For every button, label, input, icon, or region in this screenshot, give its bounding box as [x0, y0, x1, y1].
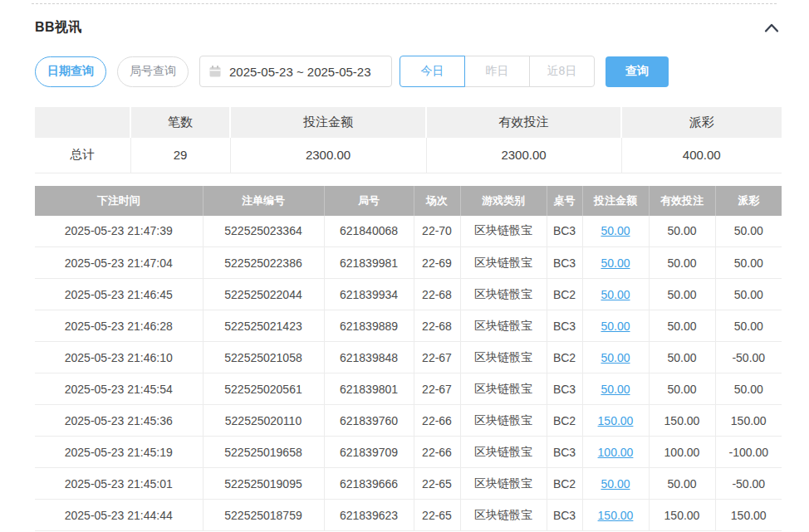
valid-bet-cell: 50.00: [649, 247, 715, 279]
bet-amount-link[interactable]: 50.00: [601, 224, 630, 237]
bet-amount-link[interactable]: 100.00: [598, 446, 634, 459]
bet-amount-link[interactable]: 50.00: [601, 288, 630, 301]
filter-last8days[interactable]: 近8日: [529, 56, 595, 87]
bet-amount-cell: 150.00: [582, 405, 649, 437]
header-game-type: 游戏类别: [460, 186, 547, 216]
payout-cell: 50.00: [715, 247, 782, 279]
valid-bet-cell: 150.00: [649, 500, 715, 531]
bet-id-cell: 522525020561: [203, 373, 324, 405]
bet-time-cell: 2025-05-23 21:46:45: [35, 279, 203, 310]
bet-amount-link[interactable]: 50.00: [601, 351, 630, 364]
tab-round-query[interactable]: 局号查询: [117, 56, 189, 87]
bet-amount-cell: 150.00: [582, 500, 649, 531]
table-no-cell: BC3: [547, 216, 582, 247]
summary-total-row: 总计 29 2300.00 2300.00 400.00: [35, 138, 782, 173]
round-id-cell: 621839760: [324, 405, 414, 437]
table-row: 2025-05-23 21:45:54522525020561621839801…: [35, 373, 782, 405]
bet-amount-cell: 50.00: [582, 373, 649, 405]
summary-total-count: 29: [130, 138, 230, 173]
summary-total-valid-bet: 2300.00: [426, 138, 621, 173]
query-toolbar: 日期查询 局号查询 2025-05-23 ~ 2025-05-23 今日 昨日 …: [35, 56, 782, 87]
round-id-cell: 621839848: [324, 342, 414, 373]
collapse-panel-button[interactable]: [763, 22, 780, 33]
bet-time-cell: 2025-05-23 21:44:44: [35, 500, 203, 531]
payout-cell: 50.00: [715, 373, 782, 405]
bet-id-cell: 522525018759: [203, 500, 324, 531]
summary-header-payout: 派彩: [621, 107, 782, 138]
header-session: 场次: [414, 186, 460, 216]
bet-id-cell: 522525021423: [203, 310, 324, 342]
round-id-cell: 621839934: [324, 279, 414, 310]
valid-bet-cell: 50.00: [649, 468, 715, 500]
round-id-cell: 621839666: [324, 468, 414, 500]
records-body: 2025-05-23 21:47:39522525023364621840068…: [35, 216, 782, 531]
valid-bet-cell: 50.00: [649, 310, 715, 342]
table-row: 2025-05-23 21:44:44522525018759621839623…: [35, 500, 782, 531]
game-type-cell: 区块链骰宝: [460, 437, 547, 468]
table-no-cell: BC2: [547, 342, 582, 373]
chevron-up-icon: [763, 22, 780, 33]
table-no-cell: BC3: [547, 310, 582, 342]
search-button[interactable]: 查询: [606, 56, 669, 87]
bet-id-cell: 522525022044: [203, 279, 324, 310]
session-cell: 22-68: [414, 279, 460, 310]
table-row: 2025-05-23 21:46:28522525021423621839889…: [35, 310, 782, 342]
valid-bet-cell: 150.00: [649, 405, 715, 437]
bet-amount-link[interactable]: 50.00: [601, 383, 630, 396]
header-table-no: 桌号: [547, 186, 582, 216]
session-cell: 22-67: [414, 373, 460, 405]
session-cell: 22-66: [414, 405, 460, 437]
bet-amount-link[interactable]: 50.00: [601, 320, 630, 333]
game-type-cell: 区块链骰宝: [460, 373, 547, 405]
bet-amount-cell: 50.00: [582, 468, 649, 500]
bet-id-cell: 522525019658: [203, 437, 324, 468]
header-bet-time: 下注时间: [35, 186, 203, 216]
bet-id-cell: 522525019095: [203, 468, 324, 500]
table-row: 2025-05-23 21:47:39522525023364621840068…: [35, 216, 782, 247]
session-cell: 22-69: [414, 247, 460, 279]
bet-time-cell: 2025-05-23 21:47:04: [35, 247, 203, 279]
valid-bet-cell: 100.00: [649, 437, 715, 468]
header-bet-id: 注单编号: [203, 186, 324, 216]
bet-id-cell: 522525020110: [203, 405, 324, 437]
payout-cell: 50.00: [715, 216, 782, 247]
summary-total-payout: 400.00: [621, 138, 782, 173]
header-bet-amount: 投注金额: [582, 186, 649, 216]
round-id-cell: 621839981: [324, 247, 414, 279]
bet-amount-link[interactable]: 150.00: [598, 509, 634, 522]
valid-bet-cell: 50.00: [649, 216, 715, 247]
round-id-cell: 621840068: [324, 216, 414, 247]
header-payout: 派彩: [715, 186, 782, 216]
bet-amount-cell: 50.00: [582, 279, 649, 310]
table-no-cell: BC2: [547, 279, 582, 310]
table-no-cell: BC3: [547, 247, 582, 279]
bet-time-cell: 2025-05-23 21:45:36: [35, 405, 203, 437]
bet-amount-cell: 50.00: [582, 310, 649, 342]
bet-amount-link[interactable]: 50.00: [601, 256, 630, 270]
bet-time-cell: 2025-05-23 21:46:28: [35, 310, 203, 342]
bet-amount-cell: 50.00: [582, 247, 649, 279]
summary-header-valid-bet: 有效投注: [426, 107, 621, 138]
payout-cell: -100.00: [715, 437, 782, 468]
tab-date-query[interactable]: 日期查询: [35, 56, 106, 87]
valid-bet-cell: 50.00: [649, 279, 715, 310]
table-row: 2025-05-23 21:45:01522525019095621839666…: [35, 468, 782, 500]
game-type-cell: 区块链骰宝: [460, 405, 547, 437]
bet-amount-link[interactable]: 150.00: [598, 414, 634, 427]
date-range-input[interactable]: 2025-05-23 ~ 2025-05-23: [199, 56, 392, 87]
filter-yesterday[interactable]: 昨日: [464, 56, 530, 87]
session-cell: 22-67: [414, 342, 460, 373]
session-cell: 22-66: [414, 437, 460, 468]
table-no-cell: BC2: [547, 405, 582, 437]
table-no-cell: BC3: [547, 373, 582, 405]
bet-amount-link[interactable]: 50.00: [601, 477, 630, 491]
filter-today[interactable]: 今日: [400, 56, 465, 87]
table-row: 2025-05-23 21:46:45522525022044621839934…: [35, 279, 782, 310]
bet-amount-cell: 100.00: [582, 437, 649, 468]
table-row: 2025-05-23 21:45:19522525019658621839709…: [35, 437, 782, 468]
payout-cell: -50.00: [715, 342, 782, 373]
bet-time-cell: 2025-05-23 21:45:01: [35, 468, 203, 500]
game-type-cell: 区块链骰宝: [460, 468, 547, 500]
header-round-id: 局号: [324, 186, 414, 216]
game-type-cell: 区块链骰宝: [460, 247, 547, 279]
